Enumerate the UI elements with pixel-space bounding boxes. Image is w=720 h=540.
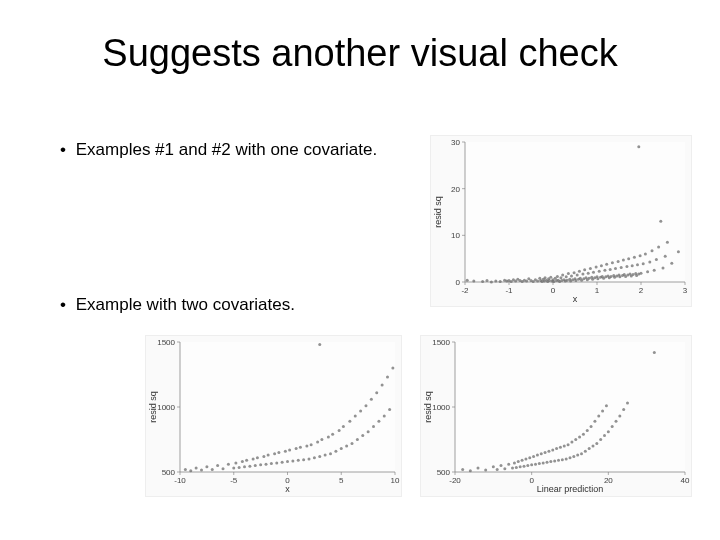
svg-point-281 <box>523 465 526 468</box>
svg-point-139 <box>639 254 642 257</box>
svg-text:20: 20 <box>451 185 460 194</box>
svg-point-177 <box>184 468 187 471</box>
svg-point-205 <box>284 450 287 453</box>
svg-point-147 <box>655 258 658 261</box>
svg-point-141 <box>642 262 645 265</box>
svg-point-31 <box>499 280 502 283</box>
svg-point-319 <box>595 442 598 445</box>
svg-point-102 <box>598 270 601 273</box>
svg-point-121 <box>618 275 621 278</box>
svg-point-140 <box>640 272 643 275</box>
svg-point-291 <box>542 461 545 464</box>
svg-text:0: 0 <box>551 286 556 295</box>
svg-text:1500: 1500 <box>432 338 450 347</box>
svg-point-187 <box>234 461 237 464</box>
svg-point-309 <box>576 454 579 457</box>
svg-point-190 <box>243 465 246 468</box>
svg-point-122 <box>620 266 623 269</box>
bullet-2: • Example with two covariates. <box>55 295 295 315</box>
svg-point-149 <box>659 220 662 223</box>
svg-point-196 <box>259 463 262 466</box>
svg-point-229 <box>348 420 351 423</box>
svg-point-204 <box>281 461 284 464</box>
svg-point-101 <box>596 277 599 280</box>
svg-point-246 <box>318 343 321 346</box>
svg-point-331 <box>653 351 656 354</box>
svg-point-144 <box>648 260 651 263</box>
svg-point-197 <box>262 455 265 458</box>
svg-rect-0 <box>465 142 685 282</box>
svg-point-327 <box>615 420 618 423</box>
svg-point-69 <box>561 274 564 277</box>
svg-point-207 <box>288 448 291 451</box>
bullet-dot-icon: • <box>55 140 71 160</box>
svg-point-127 <box>625 265 628 268</box>
svg-point-223 <box>331 433 334 436</box>
svg-text:20: 20 <box>604 476 613 485</box>
svg-point-282 <box>524 458 527 461</box>
svg-point-182 <box>211 468 214 471</box>
chart-residsq-x-two: -10-5051050010001500xresid sq <box>145 335 402 497</box>
svg-point-228 <box>345 445 348 448</box>
svg-point-220 <box>324 454 327 457</box>
svg-point-208 <box>291 459 294 462</box>
svg-point-269 <box>484 469 487 472</box>
svg-point-237 <box>370 398 373 401</box>
svg-text:2: 2 <box>639 286 644 295</box>
svg-point-211 <box>299 446 302 449</box>
svg-point-278 <box>517 460 520 463</box>
svg-point-221 <box>327 435 330 438</box>
svg-point-194 <box>254 464 257 467</box>
svg-text:500: 500 <box>437 468 451 477</box>
svg-point-272 <box>500 464 503 467</box>
svg-point-178 <box>189 469 192 472</box>
svg-point-154 <box>677 250 680 253</box>
svg-point-58 <box>549 276 552 279</box>
svg-point-325 <box>607 430 610 433</box>
svg-point-218 <box>318 455 321 458</box>
svg-point-89 <box>583 268 586 271</box>
svg-point-137 <box>636 263 639 266</box>
svg-point-308 <box>574 438 577 441</box>
svg-point-293 <box>546 461 549 464</box>
svg-point-312 <box>582 433 585 436</box>
svg-point-107 <box>603 269 606 272</box>
svg-point-279 <box>519 465 522 468</box>
svg-text:x: x <box>573 294 578 304</box>
svg-point-27 <box>481 280 484 283</box>
svg-point-184 <box>222 467 225 470</box>
svg-point-302 <box>563 445 566 448</box>
svg-point-217 <box>316 441 319 444</box>
svg-point-113 <box>610 275 613 278</box>
svg-point-234 <box>361 434 364 437</box>
svg-point-298 <box>555 447 558 450</box>
svg-point-87 <box>581 273 584 276</box>
svg-point-227 <box>342 425 345 428</box>
svg-point-206 <box>286 460 289 463</box>
svg-point-224 <box>334 450 337 453</box>
svg-point-213 <box>305 445 308 448</box>
svg-point-307 <box>572 455 575 458</box>
svg-point-114 <box>611 261 614 264</box>
svg-point-153 <box>670 262 673 265</box>
svg-point-26 <box>472 280 475 283</box>
svg-point-142 <box>644 253 647 256</box>
svg-point-151 <box>664 255 667 258</box>
svg-point-200 <box>270 462 273 465</box>
svg-point-216 <box>313 456 316 459</box>
svg-point-289 <box>538 462 541 465</box>
svg-point-104 <box>600 264 603 267</box>
svg-point-93 <box>588 277 591 280</box>
svg-point-311 <box>580 452 583 455</box>
svg-point-273 <box>503 467 506 470</box>
bullet-dot-icon: • <box>55 295 71 315</box>
svg-point-285 <box>530 463 533 466</box>
svg-point-277 <box>515 466 518 469</box>
svg-point-318 <box>593 420 596 423</box>
svg-point-81 <box>574 279 577 282</box>
svg-point-235 <box>364 404 367 407</box>
svg-point-92 <box>587 272 590 275</box>
svg-point-67 <box>559 276 562 279</box>
svg-point-276 <box>513 461 516 464</box>
svg-point-304 <box>567 443 570 446</box>
